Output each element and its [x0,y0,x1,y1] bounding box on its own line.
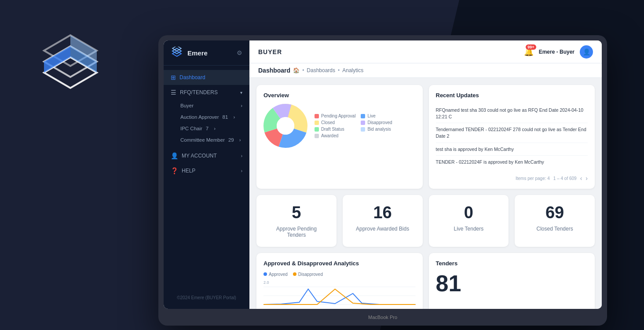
legend-dot-draft [315,127,319,132]
stat-closed-tenders-number: 69 [522,204,588,222]
update-item-2: Tendernamed TENDER - 02212024F 278 could… [436,123,588,143]
ipc-chair-badge: 7 [206,126,209,131]
avatar-icon: 👤 [583,48,590,55]
analytics-title: Approved & Disapproved Analytics [263,260,416,267]
dashboard-body: Overview [249,78,602,309]
sidebar-item-committee-member[interactable]: Committee Member 29 › [164,134,249,146]
legend-dot-disapproved [361,121,365,125]
updates-title: Recent Updates [436,92,588,99]
sidebar-app-name: Emere [187,49,208,57]
copyright-text: ©2024 Emere (BUYER Portal) [177,295,236,300]
stat-approve-pending-number: 5 [263,204,329,222]
help-chevron-icon: › [241,169,242,173]
approved-dot [263,272,267,276]
legend-label-bid-analysis: Bid analysis [367,127,391,132]
stat-approve-pending-label: Approve PendingTenders [263,226,329,238]
stat-closed-tenders[interactable]: 69 Closed Tenders [515,195,595,247]
macbook-frame: Emere ⚙ ⊞ Dashboard ☰ RFQ/TENDERS ▾ Buye… [158,35,607,326]
legend-dot-closed [315,121,319,125]
sidebar-item-buyer[interactable]: Buyer › [164,100,249,111]
legend-live: Live [361,114,402,118]
user-name: Emere - Buyer [539,49,574,55]
tenders-title: Tenders [436,260,588,267]
ipc-chair-chevron-icon: › [214,126,216,131]
y-axis-label: 2.0 [263,280,269,285]
buyer-chevron-icon: › [241,103,242,108]
overview-title: Overview [263,92,416,99]
analytics-chart: 2.0 [263,280,416,309]
main-content: BUYER 🔔 99+ Emere - Buyer 👤 Dashboard 🏠 … [249,40,602,309]
stats-row: 5 Approve PendingTenders 16 Approve Awar… [256,195,595,247]
breadcrumb-dashboards[interactable]: Dashboards [307,67,335,73]
sidebar-item-rfq[interactable]: ☰ RFQ/TENDERS ▾ [164,85,249,100]
breadcrumb-analytics[interactable]: Analytics [342,67,363,73]
pagination-prev-button[interactable]: ‹ [580,175,582,182]
items-per-page: Items per page: 4 [516,176,550,181]
sidebar-gear-icon[interactable]: ⚙ [237,49,242,56]
legend-dot-bid-analysis [361,127,365,132]
approved-label: Approved [269,272,288,277]
disapproved-label: Disapproved [298,272,323,277]
chart-legend: Pending Approval Live Closed [315,114,402,138]
app-logo [35,26,106,97]
rfq-icon: ☰ [171,89,176,96]
stat-live-tenders-number: 0 [436,204,502,222]
update-item-3: test sha is approved by Ken McCarthy [436,143,588,156]
updates-pagination: Items per page: 4 1 – 4 of 609 ‹ › [436,172,588,182]
sidebar-dashboard-label: Dashboard [179,74,205,81]
breadcrumb: Dashboard 🏠 • Dashboards • Analytics [249,63,602,78]
tenders-big-number: 81 [436,272,588,295]
dashboard-icon: ⊞ [171,74,176,81]
sidebar-footer: ©2024 Emere (BUYER Portal) [164,291,249,304]
legend-label-live: Live [367,114,375,118]
updates-list: RFQnamed test sha 303 could not go live … [436,104,588,169]
pagination-next-button[interactable]: › [585,175,588,182]
disapproved-dot [293,272,296,276]
topbar-right: 🔔 99+ Emere - Buyer 👤 [524,45,593,59]
committee-member-badge: 29 [228,137,234,143]
macbook-chin: MacBook Pro [164,309,602,326]
auction-approver-chevron-icon: › [233,114,235,120]
update-item-4: TENDER - 02212024F is approved by Ken Mc… [436,156,588,169]
committee-member-label: Committee Member [180,137,225,143]
legend-pending: Pending Approval [315,114,355,118]
legend-dot-live [361,114,365,118]
breadcrumb-home-icon: 🏠 [293,67,300,73]
stat-closed-tenders-label: Closed Tenders [522,226,588,232]
chart-area: Pending Approval Live Closed [263,104,416,148]
stat-approve-awarded[interactable]: 16 Approve Awarded Bids [343,195,423,247]
legend-awarded: Awarded [315,133,355,138]
sidebar: Emere ⚙ ⊞ Dashboard ☰ RFQ/TENDERS ▾ Buye… [164,40,249,309]
sidebar-header: Emere ⚙ [164,40,249,66]
auction-approver-label: Auction Approver [180,114,219,120]
legend-disapproved-analytics: Disapproved [293,272,323,277]
sidebar-nav: ⊞ Dashboard ☰ RFQ/TENDERS ▾ Buyer › Auct… [164,66,249,291]
ipc-chair-label: IPC Chair [180,126,202,131]
my-account-icon: 👤 [171,152,178,159]
overview-card: Overview [256,85,423,189]
sidebar-item-ipc-chair[interactable]: IPC Chair 7 › [164,123,249,134]
breadcrumb-active: Dashboard [258,67,290,74]
legend-label-disapproved: Disapproved [367,120,392,125]
user-avatar[interactable]: 👤 [580,45,593,59]
pagination-range: 1 – 4 of 609 [553,176,577,181]
sidebar-item-auction-approver[interactable]: Auction Approver 81 › [164,111,249,123]
legend-label-closed: Closed [321,120,335,125]
notification-button[interactable]: 🔔 99+ [524,47,534,57]
sidebar-item-dashboard[interactable]: ⊞ Dashboard [164,70,249,85]
legend-bid-analysis: Bid analysis [361,127,402,132]
help-label: HELP [182,168,195,174]
sidebar-rfq-label: RFQ/TENDERS [180,89,218,95]
sidebar-logo-icon [171,47,183,59]
svg-point-14 [277,117,294,135]
stat-live-tenders[interactable]: 0 Live Tenders [429,195,509,247]
stat-approve-pending[interactable]: 5 Approve PendingTenders [256,195,337,247]
sidebar-item-help[interactable]: ❓ HELP › [164,163,249,178]
update-item-1: RFQnamed test sha 303 could not go live … [436,104,588,123]
sidebar-item-my-account[interactable]: 👤 MY ACCOUNT › [164,148,249,163]
macbook-label: MacBook Pro [368,315,397,320]
legend-approved: Approved [263,272,288,277]
legend-label-awarded: Awarded [321,133,338,138]
auction-approver-badge: 81 [223,114,228,120]
topbar-title: BUYER [258,48,282,55]
